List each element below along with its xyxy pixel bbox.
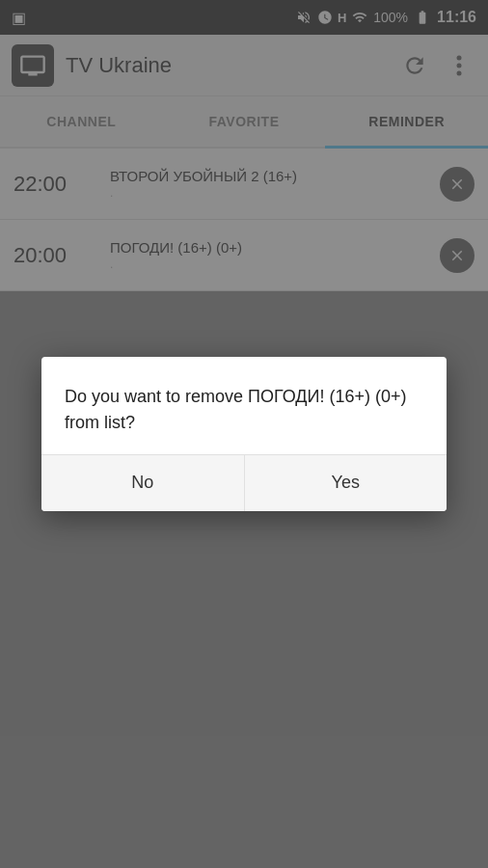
dialog-body: Do you want to remove ПОГОДИ! (16+) (0+)…: [41, 357, 447, 453]
dialog-overlay: Do you want to remove ПОГОДИ! (16+) (0+)…: [0, 0, 488, 868]
dialog-message: Do you want to remove ПОГОДИ! (16+) (0+)…: [65, 384, 423, 434]
no-button[interactable]: No: [41, 455, 245, 511]
yes-button[interactable]: Yes: [245, 455, 447, 511]
dialog-actions: No Yes: [41, 454, 447, 511]
confirm-dialog: Do you want to remove ПОГОДИ! (16+) (0+)…: [41, 357, 447, 510]
